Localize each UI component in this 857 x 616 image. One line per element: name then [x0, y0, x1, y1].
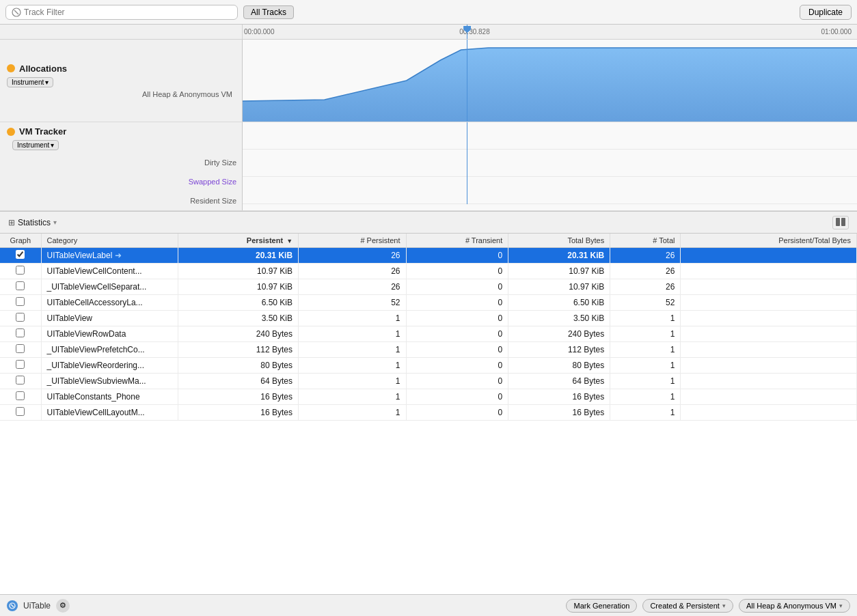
table-row[interactable]: UITableViewLabel➜20.31 KiB26020.31 KiB26 — [0, 248, 857, 264]
col-persistent-label: Persistent — [247, 236, 283, 244]
col-persistent[interactable]: Persistent ▼ — [178, 234, 299, 248]
row-checkbox[interactable] — [16, 344, 25, 353]
bottom-bar: UiTable ⚙ Mark Generation Created & Pers… — [0, 594, 857, 616]
row-persistent-bar — [681, 342, 857, 358]
table-row[interactable]: UITableViewCellContent...10.97 KiB26010.… — [0, 264, 857, 279]
svg-rect-2 — [836, 218, 840, 226]
table-row[interactable]: UITableViewRowData240 Bytes10240 Bytes1 — [0, 326, 857, 342]
svg-line-1 — [14, 10, 18, 14]
table-row[interactable]: UITableViewCellLayoutM...16 Bytes1016 By… — [0, 405, 857, 421]
row-num-persistent: 1 — [299, 389, 406, 405]
heap-anonymous-arrow: ▾ — [839, 602, 843, 609]
vm-resident-size: Resident Size — [0, 191, 242, 210]
row-checkbox[interactable] — [16, 266, 25, 275]
row-total-bytes: 64 Bytes — [508, 374, 610, 389]
row-persistent: 80 Bytes — [178, 358, 299, 374]
vm-cursor — [467, 122, 467, 204]
statistics-dropdown-arrow[interactable]: ▾ — [53, 219, 57, 226]
layout-icon — [836, 218, 845, 226]
table-row[interactable]: _UITableViewSubviewMa...64 Bytes1064 Byt… — [0, 374, 857, 389]
row-num-transient: 0 — [406, 358, 508, 374]
statistics-layout-button[interactable] — [832, 216, 849, 229]
all-tracks-button[interactable]: All Tracks — [243, 5, 294, 19]
col-num-transient[interactable]: # Transient — [406, 234, 508, 248]
col-num-persistent[interactable]: # Persistent — [299, 234, 406, 248]
row-checkbox[interactable] — [16, 376, 25, 384]
row-persistent-bar — [681, 295, 857, 311]
row-persistent: 240 Bytes — [178, 326, 299, 342]
col-total-bytes[interactable]: Total Bytes — [508, 234, 610, 248]
row-checkbox[interactable] — [16, 407, 25, 416]
row-num-persistent: 1 — [299, 405, 406, 421]
table-row[interactable]: _UITableViewCellSeparat...10.97 KiB26010… — [0, 279, 857, 295]
row-num-transient: 0 — [406, 342, 508, 358]
row-total-bytes: 20.31 KiB — [508, 248, 610, 264]
allocations-instrument-button[interactable]: Instrument ▾ — [7, 77, 53, 87]
row-num-total: 52 — [610, 295, 681, 311]
row-num-transient: 0 — [406, 374, 508, 389]
vm-instrument-button[interactable]: Instrument ▾ — [12, 140, 59, 150]
row-checkbox[interactable] — [16, 297, 25, 306]
row-persistent: 6.50 KiB — [178, 295, 299, 311]
mark-generation-label: Mark Generation — [573, 602, 629, 610]
allocations-header: Allocations — [7, 64, 235, 74]
row-checkbox[interactable] — [16, 391, 25, 400]
row-num-total: 1 — [610, 389, 681, 405]
row-num-transient: 0 — [406, 279, 508, 295]
row-total-bytes: 10.97 KiB — [508, 279, 610, 295]
col-num-total[interactable]: # Total — [610, 234, 681, 248]
vm-track-label: VM Tracker Instrument ▾ Dirty Size Swapp… — [0, 122, 243, 210]
statistics-grid-icon: ⊞ — [8, 218, 15, 227]
col-graph[interactable]: Graph — [0, 234, 41, 248]
row-checkbox[interactable] — [16, 313, 25, 322]
row-persistent-bar — [681, 279, 857, 295]
table-row[interactable]: UITableConstants_Phone16 Bytes1016 Bytes… — [0, 389, 857, 405]
row-checkbox[interactable] — [16, 250, 25, 259]
vm-chart[interactable] — [243, 122, 857, 204]
track-filter-input[interactable] — [24, 8, 232, 17]
created-persistent-button[interactable]: Created & Persistent ▾ — [642, 599, 733, 613]
row-checkbox[interactable] — [16, 281, 25, 290]
col-persistent-total[interactable]: Persistent/Total Bytes — [681, 234, 857, 248]
row-category-cell: UITableViewCellContent... — [41, 264, 178, 279]
row-persistent-bar — [681, 358, 857, 374]
time-ruler-label-area — [0, 25, 243, 39]
row-graph-cell — [0, 264, 41, 279]
allocations-track-row: Allocations Instrument ▾ All Heap & Anon… — [0, 40, 857, 122]
row-category-cell: UITableConstants_Phone — [41, 389, 178, 405]
time-tick-0: 00:00.000 — [244, 28, 275, 36]
row-num-total: 26 — [610, 248, 681, 264]
row-num-total: 1 — [610, 374, 681, 389]
row-num-total: 1 — [610, 405, 681, 421]
vm-swapped-size: Swapped Size — [0, 172, 242, 191]
allocations-instrument-arrow: ▾ — [45, 79, 49, 86]
row-category-cell: UITableViewLabel➜ — [41, 248, 178, 264]
mark-generation-button[interactable]: Mark Generation — [566, 599, 637, 613]
time-ruler-ticks[interactable]: 00:00.000 00:30.828 01:00.000 — [243, 25, 857, 39]
table-row[interactable]: UITableView3.50 KiB103.50 KiB1 — [0, 311, 857, 326]
table-row[interactable]: UITableCellAccessoryLa...6.50 KiB5206.50… — [0, 295, 857, 311]
duplicate-button[interactable]: Duplicate — [800, 5, 852, 20]
category-arrow-icon: ➜ — [115, 251, 122, 260]
row-total-bytes: 6.50 KiB — [508, 295, 610, 311]
heap-anonymous-button[interactable]: All Heap & Anonymous VM ▾ — [739, 599, 850, 613]
table-row[interactable]: _UITableViewReordering...80 Bytes1080 By… — [0, 358, 857, 374]
allocations-chart[interactable] — [243, 40, 857, 122]
row-num-transient: 0 — [406, 311, 508, 326]
table-row[interactable]: _UITableViewPrefetchCo...112 Bytes10112 … — [0, 342, 857, 358]
row-persistent: 112 Bytes — [178, 342, 299, 358]
data-table[interactable]: Graph Category Persistent ▼ # Persistent… — [0, 234, 857, 594]
row-checkbox[interactable] — [16, 360, 25, 369]
allocations-svg — [243, 40, 857, 122]
bottom-settings-button[interactable]: ⚙ — [56, 599, 70, 613]
bottom-search-text: UiTable — [23, 601, 51, 611]
top-toolbar: All Tracks Duplicate — [0, 0, 857, 25]
row-persistent: 10.97 KiB — [178, 279, 299, 295]
row-checkbox[interactable] — [16, 328, 25, 337]
statistics-header: ⊞ Statistics ▾ — [0, 212, 857, 234]
col-category[interactable]: Category — [41, 234, 178, 248]
allocations-sublabel: All Heap & Anonymous VM — [7, 90, 235, 98]
row-num-persistent: 1 — [299, 311, 406, 326]
row-graph-cell — [0, 374, 41, 389]
row-num-transient: 0 — [406, 264, 508, 279]
